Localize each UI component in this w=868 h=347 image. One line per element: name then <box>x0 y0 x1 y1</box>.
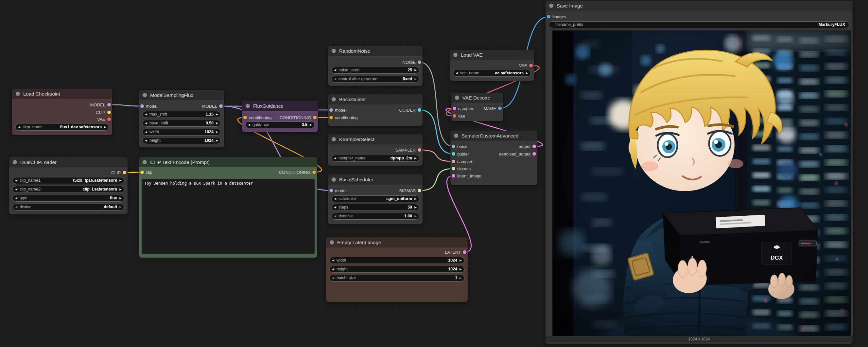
node-header[interactable]: SamplerCustomAdvanced <box>451 131 537 141</box>
increment-arrow[interactable]: ▶ <box>414 206 417 209</box>
decrement-arrow[interactable]: ◀ <box>334 157 336 160</box>
increment-arrow[interactable]: ▶ <box>216 122 218 125</box>
decrement-arrow[interactable]: ◀ <box>145 113 147 116</box>
widget-value[interactable]: 0.50 <box>206 121 214 125</box>
prompt-textarea[interactable]: Toy Jensen holding a DGX Spark in a data… <box>142 179 315 254</box>
latent-input-dot[interactable] <box>452 174 455 178</box>
widget-value[interactable]: 1.00 <box>404 214 412 218</box>
node-header[interactable]: FluxGuidance <box>242 101 318 111</box>
model-output-dot[interactable] <box>219 105 223 108</box>
widget-value[interactable]: MarkuryFLUX <box>818 22 845 27</box>
widget-type[interactable]: ◀typeflux▶ <box>12 195 124 202</box>
increment-arrow[interactable]: ▶ <box>310 123 312 126</box>
node-model_sampling_flux[interactable]: ModelSamplingFluxmodelMODEL◀max_shift1.1… <box>139 90 224 147</box>
latent-output-dot[interactable] <box>532 145 536 148</box>
widget-control-after-generate[interactable]: ◀control after generatefixed▶ <box>331 76 419 83</box>
widget-value[interactable]: dpmpp_2m <box>390 156 412 161</box>
sampler-output-dot[interactable] <box>417 148 421 152</box>
node-load_checkpoint[interactable]: Load CheckpointMODELCLIPVAE◀ckpt_nameflu… <box>12 89 112 135</box>
node-flux_guidance[interactable]: FluxGuidanceconditioningCONDITIONING◀gui… <box>242 101 318 132</box>
widget-height[interactable]: ◀height1024▶ <box>142 137 221 144</box>
widget-width[interactable]: ◀width1024▶ <box>329 257 464 264</box>
widget-value[interactable]: 50 <box>407 205 412 209</box>
widget-value[interactable]: 1.15 <box>206 112 214 117</box>
widget-guidance[interactable]: ◀guidance3.5▶ <box>245 121 315 128</box>
widget-value[interactable]: sgm_uniform <box>386 196 412 201</box>
widget-vae_name[interactable]: ◀vae_nameae.safetensors▶ <box>453 70 531 77</box>
increment-arrow[interactable]: ▶ <box>414 78 417 81</box>
widget-value[interactable]: 1024 <box>205 129 214 134</box>
decrement-arrow[interactable]: ◀ <box>248 123 250 126</box>
node-header[interactable]: ModelSamplingFlux <box>139 90 224 100</box>
widget-height[interactable]: ◀height1024▶ <box>329 266 464 273</box>
node-basic_guider[interactable]: BasicGuidermodelconditioningGUIDER <box>328 94 423 126</box>
widget-value[interactable]: clip_l.safetensors <box>83 187 117 192</box>
node-header[interactable]: Load VAE <box>450 50 534 60</box>
widget-value[interactable]: ae.safetensors <box>495 71 524 75</box>
decrement-arrow[interactable]: ◀ <box>145 131 147 134</box>
widget-noise_seed[interactable]: ◀noise_seed25▶ <box>331 67 419 74</box>
increment-arrow[interactable]: ▶ <box>414 215 417 218</box>
decrement-arrow[interactable]: ◀ <box>18 126 20 129</box>
node-header[interactable]: BasicGuider <box>328 94 423 105</box>
widget-clip_name2[interactable]: ◀clip_name2clip_l.safetensors▶ <box>12 186 124 193</box>
increment-arrow[interactable]: ▶ <box>216 113 218 116</box>
generated-image-preview[interactable]: NVIDIA DGX <box>552 30 851 336</box>
node-header[interactable]: CLIP Text Encode (Prompt) <box>139 157 317 167</box>
latent-output-dot[interactable] <box>532 152 536 156</box>
widget-denoise[interactable]: ◀denoise1.00▶ <box>331 213 419 220</box>
widget-clip_name1[interactable]: ◀clip_name1t5xxl_fp16.safetensors▶ <box>12 177 124 184</box>
node-sampler_custom_advanced[interactable]: SamplerCustomAdvancednoiseguidersamplers… <box>451 131 537 185</box>
increment-arrow[interactable]: ▶ <box>216 131 218 134</box>
conditioning-output-dot[interactable] <box>313 116 317 119</box>
vae-output-dot[interactable] <box>107 118 111 121</box>
vae-output-dot[interactable] <box>529 64 533 67</box>
node-header[interactable]: RandomNoise <box>328 46 423 56</box>
increment-arrow[interactable]: ▶ <box>119 206 122 208</box>
model-output-dot[interactable] <box>107 103 111 107</box>
decrement-arrow[interactable]: ◀ <box>332 277 334 280</box>
conditioning-output-dot[interactable] <box>312 171 316 174</box>
increment-arrow[interactable]: ▶ <box>119 188 122 191</box>
widget-value[interactable]: t5xxl_fp16.safetensors <box>73 178 117 183</box>
node-vae_decode[interactable]: VAE DecodesamplesvaeIMAGE <box>451 93 503 121</box>
decrement-arrow[interactable]: ◀ <box>145 139 147 142</box>
widget-filename_prefix[interactable]: filename_prefixMarkuryFLUX <box>549 21 849 28</box>
increment-arrow[interactable]: ▶ <box>460 277 462 280</box>
widget-batch_size[interactable]: ◀batch_size1▶ <box>329 274 464 282</box>
node-header[interactable]: Empty Latent Image <box>326 237 468 248</box>
increment-arrow[interactable]: ▶ <box>460 259 462 262</box>
widget-ckpt_name[interactable]: ◀ckpt_nameflux1-dev.safetensors▶ <box>16 124 109 131</box>
node-clip_text_encode[interactable]: CLIP Text Encode (Prompt)clipCONDITIONIN… <box>139 157 317 258</box>
node-header[interactable]: KSamplerSelect <box>328 134 423 144</box>
vae-input-dot[interactable] <box>453 114 456 118</box>
decrement-arrow[interactable]: ◀ <box>145 122 147 125</box>
image-output-dot[interactable] <box>498 107 502 110</box>
widget-max_shift[interactable]: ◀max_shift1.15▶ <box>142 111 221 118</box>
guider-output-dot[interactable] <box>417 108 421 112</box>
increment-arrow[interactable]: ▶ <box>216 139 218 142</box>
conditioning-input-dot[interactable] <box>329 116 333 119</box>
widget-value[interactable]: 1024 <box>448 258 457 263</box>
node-header[interactable]: VAE Decode <box>451 93 503 103</box>
widget-value[interactable]: 25 <box>407 68 412 73</box>
decrement-arrow[interactable]: ◀ <box>15 188 17 191</box>
widget-steps[interactable]: ◀steps50▶ <box>331 204 419 211</box>
node-ksampler_select[interactable]: KSamplerSelectSAMPLER◀sampler_namedpmpp_… <box>328 134 423 166</box>
increment-arrow[interactable]: ▶ <box>414 157 417 160</box>
decrement-arrow[interactable]: ◀ <box>332 268 334 271</box>
clip-output-dot[interactable] <box>123 171 126 174</box>
widget-value[interactable]: fixed <box>403 77 412 81</box>
noise-output-dot[interactable] <box>417 61 421 64</box>
node-header[interactable]: DualCLIPLoader <box>9 157 128 167</box>
node-basic_scheduler[interactable]: BasicSchedulermodelSIGMAS◀schedulersgm_u… <box>328 174 423 224</box>
widget-value[interactable]: 3.5 <box>302 122 307 127</box>
increment-arrow[interactable]: ▶ <box>526 72 528 75</box>
increment-arrow[interactable]: ▶ <box>119 179 122 182</box>
increment-arrow[interactable]: ▶ <box>414 197 417 200</box>
widget-value[interactable]: 1024 <box>205 138 214 143</box>
sigmas-input-dot[interactable] <box>452 167 455 171</box>
widget-device[interactable]: ◀devicedefault▶ <box>12 204 124 210</box>
image-input-dot[interactable] <box>547 15 551 19</box>
node-load_vae[interactable]: Load VAEVAE◀vae_nameae.safetensors▶ <box>450 50 534 81</box>
